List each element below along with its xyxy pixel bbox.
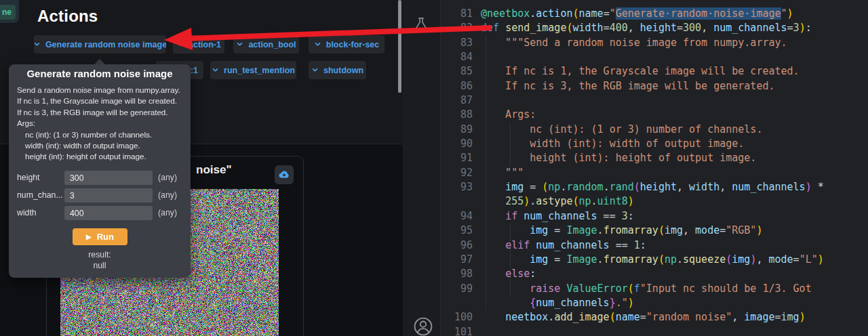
line-number: 96: [441, 238, 481, 253]
field-label: height: [17, 173, 40, 182]
run-button-label: Run: [97, 232, 114, 242]
field-row: height(any): [9, 169, 191, 187]
line-number: 92: [441, 166, 481, 180]
code-line: 255).astype(np.uint8): [441, 194, 868, 209]
field-label: num_chan...: [17, 190, 63, 200]
field-hint: (any): [158, 208, 177, 217]
result-label: result:: [9, 250, 191, 259]
chevron-down-icon: [34, 41, 41, 48]
popover-fields: height(any)num_chan...(any)width(any): [9, 169, 191, 222]
code-line: 92 """: [441, 166, 868, 180]
line-number: 87: [441, 93, 481, 108]
result-value: null: [9, 261, 191, 270]
action-button-label: action-1: [189, 40, 221, 49]
field-input[interactable]: [64, 188, 153, 203]
chevron-down-icon: [314, 41, 321, 48]
line-number: 82: [441, 21, 481, 35]
line-number: 99: [441, 282, 481, 296]
image-card-title: noise": [196, 163, 231, 177]
code-line: 93 img = (np.random.rand(height, width, …: [441, 180, 868, 194]
popover-description-line: If nc is 1, the Grayscale image will be …: [17, 96, 184, 106]
page-scrollbar-thumb[interactable]: [398, 0, 401, 93]
code-line: 94 if num_channels == 3:: [441, 209, 868, 224]
code-line: {num_channels}."): [441, 296, 868, 310]
action-button-label: shutdown: [323, 66, 363, 75]
code-line: 82def send_image(width=400, height=300, …: [441, 21, 868, 35]
code-line: 90 width (int): width of output image.: [441, 137, 868, 151]
action-popover: Generate random noise image Send a rando…: [9, 64, 191, 278]
field-row: width(any): [9, 205, 191, 222]
line-number: 90: [441, 137, 481, 151]
line-number: 89: [441, 123, 481, 137]
status-badge: ne: [0, 5, 16, 20]
line-number: 97: [441, 253, 481, 267]
popover-description-line: height (int): height of output image.: [17, 151, 184, 162]
code-line: 84: [441, 50, 868, 64]
cloud-download-icon: [278, 169, 290, 181]
download-image-button[interactable]: [275, 165, 294, 184]
field-hint: (any): [158, 190, 177, 200]
line-number: 91: [441, 151, 481, 165]
line-number: 88: [441, 108, 481, 122]
action-button-block-for-sec[interactable]: block-for-sec: [309, 35, 384, 54]
popover-description: Send a random noise image from numpy.arr…: [17, 85, 184, 163]
popover-title: Generate random noise image: [9, 68, 191, 79]
vscode-panel: 81@neetbox.action(name="Generate·random·…: [403, 0, 868, 336]
code-line: 96 elif num_channels == 1:: [441, 238, 868, 253]
chevron-down-icon: [212, 66, 219, 74]
line-number: 101: [441, 325, 481, 336]
field-input[interactable]: [64, 206, 153, 220]
run-button[interactable]: ▶ Run: [73, 228, 127, 245]
dashboard-page: ne Actions Generate random noise image a…: [0, 0, 403, 336]
code-line: 100 neetbox.add_image(name="random noise…: [441, 310, 868, 324]
action-button-label: run_test_mention: [224, 66, 295, 75]
code-line: 89 nc (int): (1 or 3) number of channels…: [441, 123, 868, 137]
line-number: 85: [441, 64, 481, 79]
account-icon[interactable]: [412, 316, 434, 336]
code-line: 95 img = Image.fromarray(img, mode="RGB"…: [441, 224, 868, 238]
chevron-down-icon: [176, 41, 184, 48]
code-line: 87: [441, 93, 868, 108]
field-input[interactable]: [64, 171, 153, 185]
line-number: 93: [441, 180, 481, 194]
line-number: 98: [441, 267, 481, 281]
code-line: 101: [441, 325, 868, 336]
chevron-down-icon: [311, 66, 319, 74]
code-line: 86 If nc is 3, the RGB image will be gen…: [441, 79, 868, 93]
popover-description-line: width (int): width of output image.: [17, 140, 184, 151]
action-button-action-1[interactable]: action-1: [173, 35, 224, 54]
field-hint: (any): [158, 173, 177, 182]
line-number: 86: [441, 79, 481, 93]
code-line: 88 Args:: [441, 108, 868, 122]
play-icon: ▶: [86, 234, 92, 240]
code-lines: 81@neetbox.action(name="Generate·random·…: [441, 7, 868, 336]
screenshot-root: ne Actions Generate random noise image a…: [0, 0, 868, 336]
popover-description-line: Args:: [17, 118, 184, 129]
action-button-label: block-for-sec: [326, 40, 380, 49]
action-button-generate-random-noise-image[interactable]: Generate random noise image: [34, 35, 166, 54]
action-button-label: Generate random noise image: [45, 40, 166, 49]
action-button-action-bool[interactable]: action_bool: [233, 35, 299, 54]
line-number: 94: [441, 209, 481, 224]
action-button-label: action_bool: [248, 40, 296, 49]
page-title: Actions: [37, 7, 98, 26]
popover-description-line: nc (int): (1 or 3) number of channels.: [17, 129, 184, 140]
code-line: 91 height (int): height of output image.: [441, 151, 868, 165]
code-editor[interactable]: 81@neetbox.action(name="Generate·random·…: [441, 0, 868, 336]
field-row: num_chan...(any): [9, 187, 191, 205]
popover-description-line: Send a random noise image from numpy.arr…: [17, 85, 184, 96]
testing-beaker-icon[interactable]: [412, 16, 430, 37]
code-line: 81@neetbox.action(name="Generate·random·…: [441, 7, 868, 21]
line-number: 83: [441, 36, 481, 50]
code-line: 97 img = Image.fromarray(np.squeeze(img)…: [441, 253, 868, 267]
action-button-run-test-mention[interactable]: run_test_mention: [210, 61, 296, 79]
popover-description-line: If nc is 3, the RGB image will be genera…: [17, 107, 184, 118]
line-number: [441, 296, 481, 310]
vscode-activity-bar: [403, 0, 441, 336]
action-button-shutdown[interactable]: shutdown: [309, 61, 366, 79]
code-line: 83 """Send a random noise image from num…: [441, 36, 868, 50]
field-label: width: [17, 208, 37, 217]
line-number: 95: [441, 224, 481, 238]
line-number: 81: [441, 7, 481, 21]
code-line: 99 raise ValueError(f"Input nc should be…: [441, 282, 868, 296]
